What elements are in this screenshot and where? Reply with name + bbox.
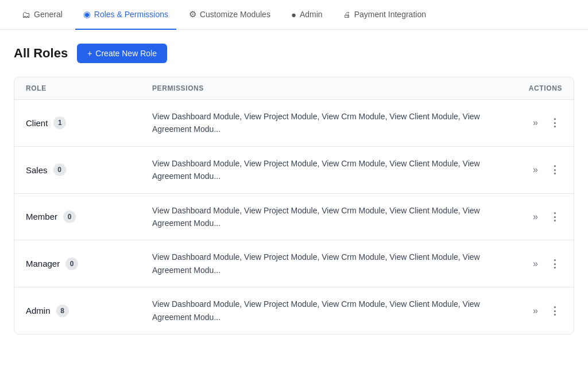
page-content: All Roles + Create New Role ROLE PERMISS… bbox=[0, 30, 588, 348]
chevron-right-icon: » bbox=[533, 118, 538, 128]
more-options-button[interactable]: ⋮ bbox=[547, 161, 562, 178]
more-options-button[interactable]: ⋮ bbox=[547, 114, 562, 131]
permissions-cell: View Dashboard Module, View Project Modu… bbox=[141, 287, 516, 334]
tab-admin-label: Admin bbox=[300, 10, 323, 19]
role-cell: Member 0 bbox=[14, 200, 141, 233]
role-name: Manager bbox=[26, 259, 60, 268]
tab-roles[interactable]: ◉ Roles & Permissions bbox=[75, 0, 176, 30]
payment-icon: 🖨 bbox=[343, 10, 351, 19]
permissions-cell: View Dashboard Module, View Project Modu… bbox=[141, 147, 516, 193]
more-icon: ⋮ bbox=[550, 258, 560, 270]
permissions-cell: View Dashboard Module, View Project Modu… bbox=[141, 240, 516, 287]
role-count-badge: 0 bbox=[65, 258, 78, 270]
actions-cell: » ⋮ bbox=[516, 104, 574, 142]
more-options-button[interactable]: ⋮ bbox=[547, 255, 562, 272]
tab-modules[interactable]: ⚙ Customize Modules bbox=[181, 0, 278, 30]
create-role-label: Create New Role bbox=[95, 49, 157, 58]
role-name: Admin bbox=[26, 306, 51, 315]
chevron-right-icon: » bbox=[533, 306, 538, 316]
actions-cell: » ⋮ bbox=[516, 151, 574, 189]
chevron-right-icon: » bbox=[533, 212, 538, 222]
expand-button[interactable]: » bbox=[531, 209, 540, 224]
expand-button[interactable]: » bbox=[531, 303, 540, 318]
expand-button[interactable]: » bbox=[531, 162, 540, 177]
tab-general[interactable]: 🗂 General bbox=[14, 1, 71, 30]
role-count-badge: 8 bbox=[56, 305, 69, 317]
more-options-button[interactable]: ⋮ bbox=[547, 208, 562, 225]
more-icon: ⋮ bbox=[550, 305, 560, 317]
tab-roles-label: Roles & Permissions bbox=[94, 10, 168, 19]
role-cell: Manager 0 bbox=[14, 247, 141, 280]
tab-admin[interactable]: ● Admin bbox=[283, 1, 331, 30]
tab-general-label: General bbox=[34, 10, 63, 19]
role-name: Client bbox=[26, 118, 48, 128]
role-cell: Client 1 bbox=[14, 106, 141, 139]
role-count-badge: 0 bbox=[63, 211, 76, 223]
roles-table: ROLE PERMISSIONS ACTIONS Client 1 View D… bbox=[14, 77, 574, 334]
tab-payment-label: Payment Integration bbox=[354, 10, 426, 19]
role-cell: Sales 0 bbox=[14, 153, 141, 186]
table-row: Member 0 View Dashboard Module, View Pro… bbox=[14, 194, 574, 241]
chevron-right-icon: » bbox=[533, 259, 538, 269]
roles-icon: ◉ bbox=[83, 9, 91, 20]
role-name: Sales bbox=[26, 165, 48, 175]
tab-payment[interactable]: 🖨 Payment Integration bbox=[335, 1, 434, 29]
actions-cell: » ⋮ bbox=[516, 198, 574, 236]
create-role-button[interactable]: + Create New Role bbox=[77, 44, 167, 63]
role-count-badge: 0 bbox=[53, 163, 66, 176]
more-icon: ⋮ bbox=[550, 116, 560, 129]
more-icon: ⋮ bbox=[550, 163, 560, 176]
role-name: Member bbox=[26, 212, 57, 221]
permissions-cell: View Dashboard Module, View Project Modu… bbox=[141, 100, 516, 146]
more-icon: ⋮ bbox=[550, 211, 560, 223]
page-title: All Roles bbox=[14, 46, 68, 61]
table-body: Client 1 View Dashboard Module, View Pro… bbox=[14, 100, 574, 334]
expand-button[interactable]: » bbox=[531, 256, 540, 271]
table-row: Manager 0 View Dashboard Module, View Pr… bbox=[14, 240, 574, 287]
tab-modules-label: Customize Modules bbox=[200, 10, 270, 19]
table-header: ROLE PERMISSIONS ACTIONS bbox=[14, 77, 574, 100]
role-cell: Admin 8 bbox=[14, 294, 141, 328]
plus-icon: + bbox=[87, 49, 92, 58]
expand-button[interactable]: » bbox=[531, 115, 540, 130]
admin-icon: ● bbox=[291, 10, 296, 20]
table-row: Sales 0 View Dashboard Module, View Proj… bbox=[14, 147, 574, 194]
actions-cell: » ⋮ bbox=[516, 292, 574, 330]
table-row: Admin 8 View Dashboard Module, View Proj… bbox=[14, 287, 574, 334]
top-navigation: 🗂 General ◉ Roles & Permissions ⚙ Custom… bbox=[0, 0, 588, 30]
page-header: All Roles + Create New Role bbox=[14, 44, 574, 63]
modules-icon: ⚙ bbox=[189, 9, 196, 20]
more-options-button[interactable]: ⋮ bbox=[547, 302, 562, 319]
column-permissions: PERMISSIONS bbox=[141, 77, 516, 99]
table-row: Client 1 View Dashboard Module, View Pro… bbox=[14, 100, 574, 147]
column-role: ROLE bbox=[14, 77, 141, 99]
actions-cell: » ⋮ bbox=[516, 245, 574, 283]
column-actions: ACTIONS bbox=[516, 77, 574, 99]
role-count-badge: 1 bbox=[53, 116, 66, 129]
general-icon: 🗂 bbox=[22, 10, 30, 20]
chevron-right-icon: » bbox=[533, 165, 538, 175]
permissions-cell: View Dashboard Module, View Project Modu… bbox=[141, 194, 516, 240]
